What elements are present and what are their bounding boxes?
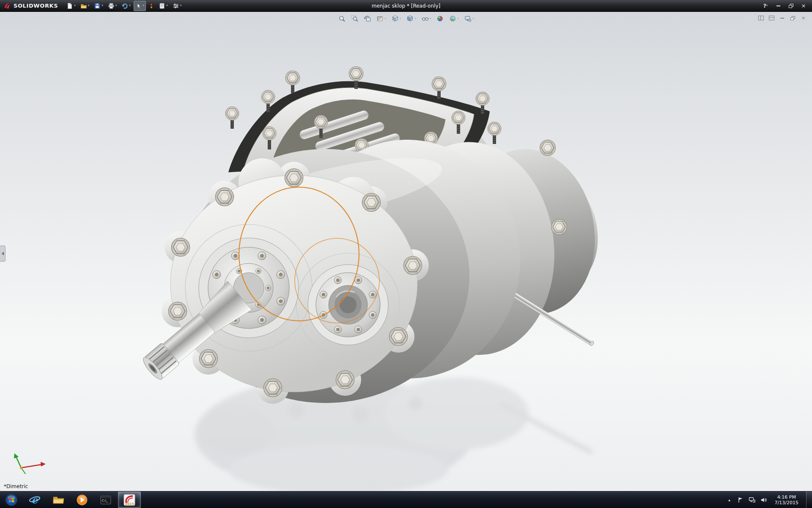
print-button[interactable] — [106, 1, 119, 11]
select-button[interactable] — [134, 1, 146, 11]
taskbar-item-solidworks-2015[interactable]: 2015 — [118, 491, 141, 508]
document-window-controls: × — [758, 15, 806, 21]
clock-date: 7/13/2015 — [775, 500, 798, 505]
save-button[interactable] — [92, 1, 105, 11]
volume-button[interactable] — [760, 497, 767, 503]
help-button[interactable]: ? — [762, 2, 769, 10]
close-icon: × — [801, 3, 806, 9]
close-icon: × — [801, 15, 805, 21]
view-settings-icon — [464, 15, 472, 22]
svg-text:2015: 2015 — [125, 502, 134, 505]
new-document-button[interactable] — [65, 1, 77, 11]
view-orientation-cube-icon — [391, 15, 399, 22]
titlebar-window-controls: ? × — [762, 2, 812, 10]
open-button[interactable] — [79, 1, 91, 11]
taskbar-clock[interactable]: 4:16 PM 7/13/2015 — [775, 494, 798, 505]
select-cursor-icon — [135, 3, 142, 9]
split-pane-vertical-icon — [758, 16, 764, 20]
internet-explorer-icon: e — [29, 494, 41, 506]
view-orientation-label: *Dimetric — [4, 483, 28, 489]
model-3d-render[interactable] — [0, 11, 812, 491]
doc-restore-button[interactable] — [790, 15, 796, 21]
rebuild-button[interactable] — [147, 1, 156, 11]
dropdown-caret-icon[interactable] — [384, 17, 386, 20]
solidworks-app-window: SOLIDWORKS — [0, 0, 812, 508]
zoom-to-area-button[interactable] — [350, 14, 359, 23]
svg-text:C:\_: C:\_ — [102, 499, 108, 502]
hide-show-items-button[interactable] — [420, 14, 432, 23]
start-button[interactable] — [0, 491, 23, 508]
dropdown-caret-icon[interactable] — [472, 17, 474, 20]
section-view-button[interactable] — [375, 14, 387, 23]
dropdown-caret-icon[interactable] — [458, 17, 459, 20]
zoom-to-fit-button[interactable] — [337, 14, 346, 23]
taskbar-item-windows-explorer[interactable] — [47, 491, 70, 508]
dropdown-caret-icon — [766, 4, 768, 7]
dropdown-caret-icon[interactable] — [102, 4, 103, 7]
zoom-to-area-icon — [351, 15, 358, 22]
show-desktop-button[interactable] — [806, 491, 812, 508]
graphics-viewport[interactable]: × *Dimetric — [0, 11, 812, 491]
action-center-flag-icon — [738, 497, 743, 503]
orientation-triad — [14, 453, 46, 474]
undo-arrow-icon — [121, 3, 128, 9]
network-icon — [749, 497, 755, 503]
media-player-icon — [76, 494, 88, 506]
dropdown-caret-icon[interactable] — [115, 4, 117, 7]
hide-show-glasses-icon — [421, 15, 429, 22]
solidworks-2015-icon: 2015 — [123, 494, 135, 506]
clock-time: 4:16 PM — [775, 494, 798, 500]
featuremanager-flyout-tab[interactable] — [0, 246, 5, 262]
file-properties-icon — [159, 3, 165, 9]
view-orientation-button[interactable] — [390, 14, 402, 23]
zoom-to-fit-icon — [338, 15, 346, 22]
brand-text: SOLIDWORKS — [14, 3, 58, 9]
dropdown-caret-icon[interactable] — [74, 4, 76, 7]
model-reflection — [195, 378, 593, 491]
doc-close-button[interactable]: × — [801, 15, 806, 21]
apply-scene-icon — [449, 15, 457, 22]
new-document-icon — [66, 3, 73, 9]
restore-button[interactable] — [787, 2, 794, 10]
edit-appearance-button[interactable] — [436, 14, 445, 23]
rebuild-traffic-light-icon — [149, 3, 154, 9]
file-properties-button[interactable] — [157, 1, 170, 11]
undo-button[interactable] — [120, 1, 132, 11]
dropdown-caret-icon[interactable] — [129, 4, 131, 7]
close-button[interactable]: × — [800, 2, 807, 10]
taskbar-item-internet-explorer[interactable]: e — [23, 491, 46, 508]
network-status-button[interactable] — [749, 497, 755, 503]
edit-appearance-ball-icon — [436, 15, 444, 22]
split-pane-vertical-button[interactable] — [758, 15, 764, 21]
volume-speaker-icon — [760, 497, 767, 503]
output-hub[interactable] — [308, 265, 388, 345]
command-prompt-icon: C:\_ — [100, 494, 112, 506]
dropdown-caret-icon[interactable] — [166, 4, 168, 7]
display-style-icon — [406, 15, 414, 22]
options-button[interactable] — [171, 1, 184, 11]
dropdown-caret-icon[interactable] — [143, 4, 145, 7]
headsup-view-toolbar — [337, 14, 475, 23]
previous-view-button[interactable] — [362, 14, 372, 23]
doc-minimize-button[interactable] — [779, 15, 785, 21]
split-pane-horizontal-button[interactable] — [769, 15, 774, 21]
dropdown-caret-icon[interactable] — [180, 4, 182, 7]
apply-scene-button[interactable] — [448, 14, 460, 23]
dropdown-caret-icon[interactable] — [430, 17, 431, 20]
titlebar: SOLIDWORKS — [0, 0, 812, 12]
taskbar-item-media-player[interactable] — [71, 491, 93, 508]
windows-taskbar: e C:\_ — [0, 491, 812, 508]
dropdown-caret-icon[interactable] — [414, 17, 416, 20]
display-style-button[interactable] — [405, 14, 417, 23]
minimize-button[interactable] — [775, 2, 782, 10]
taskbar-item-command-prompt[interactable]: C:\_ — [94, 491, 117, 508]
save-icon — [94, 3, 101, 9]
svg-text:e: e — [32, 494, 38, 505]
show-hidden-icons-button[interactable] — [727, 498, 732, 502]
action-center-button[interactable] — [738, 497, 743, 503]
solidworks-logo: SOLIDWORKS — [0, 2, 65, 10]
folder-icon — [52, 494, 64, 506]
view-settings-button[interactable] — [463, 14, 475, 23]
dropdown-caret-icon[interactable] — [400, 17, 401, 20]
dropdown-caret-icon[interactable] — [88, 4, 90, 7]
